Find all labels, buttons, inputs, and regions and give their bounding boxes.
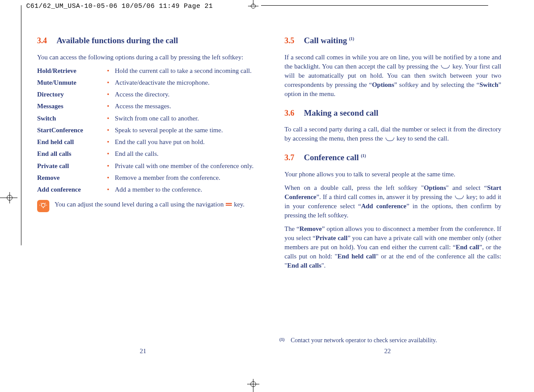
section-number: 3.7 xyxy=(285,152,295,163)
function-label: Hold/Retrieve xyxy=(37,66,107,75)
function-label: Private call xyxy=(37,162,107,170)
bullet-icon: • xyxy=(107,114,115,123)
crop-mark-top-icon xyxy=(240,0,266,9)
function-label: Add conference xyxy=(37,185,107,194)
right-column: 3.5 Call waiting (1) If a second call co… xyxy=(285,35,502,279)
function-row: Mute/Unmute•Activate/deactivate the micr… xyxy=(37,78,254,87)
function-description: Private call with one member of the conf… xyxy=(115,162,254,170)
footnote: (1) Contact your network operator to che… xyxy=(279,337,499,344)
section-heading: 3.4 Available functions during the call xyxy=(37,35,254,47)
function-description: Speak to several people at the same time… xyxy=(115,126,254,134)
frame-line xyxy=(261,5,488,6)
function-label: Messages xyxy=(37,102,107,110)
section-heading: 3.6 Making a second call xyxy=(285,107,502,119)
section-number: 3.6 xyxy=(285,108,295,119)
bullet-icon: • xyxy=(107,149,115,158)
function-description: Access the messages. xyxy=(115,102,254,110)
function-label: End all calls xyxy=(37,149,107,158)
section-title: Available functions during the call xyxy=(57,35,178,47)
function-label: Remove xyxy=(37,173,107,182)
bullet-icon: • xyxy=(107,102,115,110)
bullet-icon: • xyxy=(107,138,115,146)
call-key-icon xyxy=(441,65,450,69)
function-row: StartConference•Speak to several people … xyxy=(37,126,254,134)
bullet-icon: • xyxy=(107,66,115,75)
function-description: End the call you have put on hold. xyxy=(115,138,254,146)
footnote-text: Contact your network operator to check s… xyxy=(291,337,437,344)
function-row: Private call•Private call with one membe… xyxy=(37,162,254,170)
section-number: 3.4 xyxy=(37,35,47,46)
function-row: Add conference•Add a member to the confe… xyxy=(37,185,254,194)
footnote-marker: (1) xyxy=(279,337,285,344)
function-label: End held call xyxy=(37,138,107,146)
section-heading: 3.7 Conference call (1) xyxy=(285,152,502,164)
navigation-key-icon xyxy=(225,200,232,210)
bullet-icon: • xyxy=(107,78,115,87)
function-description: Hold the current call to take a second i… xyxy=(115,66,254,75)
paragraph: If a second call comes in while you are … xyxy=(285,53,502,99)
svg-point-9 xyxy=(41,203,45,207)
bullet-icon: • xyxy=(107,173,115,182)
function-label: Switch xyxy=(37,114,107,123)
paragraph: When on a double call, press the left so… xyxy=(285,183,502,220)
tip-text: You can adjust the sound level during a … xyxy=(55,200,254,210)
crop-mark-left-icon xyxy=(0,191,17,204)
bullet-icon: • xyxy=(107,185,115,194)
call-key-icon xyxy=(455,196,464,199)
tip-lightbulb-icon xyxy=(37,200,49,212)
page-number-left: 21 xyxy=(140,347,146,355)
paragraph: To call a second party during a call, di… xyxy=(285,125,502,143)
function-row: Messages•Access the messages. xyxy=(37,102,254,110)
function-label: StartConference xyxy=(37,126,107,134)
section-title: Making a second call xyxy=(304,107,378,119)
section-title: Call waiting (1) xyxy=(304,35,354,47)
svg-line-14 xyxy=(45,203,45,203)
function-list: Hold/Retrieve•Hold the current call to t… xyxy=(37,66,254,194)
function-row: Remove•Remove a member from the conferen… xyxy=(37,173,254,182)
left-column: 3.4 Available functions during the call … xyxy=(37,35,254,279)
function-description: Access the directory. xyxy=(115,90,254,99)
call-key-icon xyxy=(386,138,394,141)
bullet-icon: • xyxy=(107,90,115,99)
function-description: Add a member to the conference. xyxy=(115,185,254,194)
bullet-icon: • xyxy=(107,162,115,170)
paragraph: The “Remove” option allows you to discon… xyxy=(285,224,502,270)
function-label: Mute/Unmute xyxy=(37,78,107,87)
frame-line xyxy=(21,5,21,245)
page-number-right: 22 xyxy=(384,347,391,355)
section-heading: 3.5 Call waiting (1) xyxy=(285,35,502,47)
function-label: Directory xyxy=(37,90,107,99)
section-title: Conference call (1) xyxy=(304,152,366,164)
tip-row: You can adjust the sound level during a … xyxy=(37,200,254,212)
bullet-icon: • xyxy=(107,126,115,134)
function-row: Hold/Retrieve•Hold the current call to t… xyxy=(37,66,254,75)
function-row: End held call•End the call you have put … xyxy=(37,138,254,146)
function-description: Activate/deactivate the microphone. xyxy=(115,78,254,87)
svg-line-13 xyxy=(41,203,41,203)
section-number: 3.5 xyxy=(285,35,295,46)
function-row: Switch•Switch from one call to another. xyxy=(37,114,254,123)
paragraph: Your phone allows you to talk to several… xyxy=(285,170,502,179)
function-row: End all calls•End all the calls. xyxy=(37,149,254,158)
function-description: Remove a member from the conference. xyxy=(115,173,254,182)
intro-paragraph: You can access the following options dur… xyxy=(37,53,254,62)
function-description: End all the calls. xyxy=(115,149,254,158)
crop-mark-bottom-icon xyxy=(240,379,266,392)
function-description: Switch from one call to another. xyxy=(115,114,254,123)
print-header: C61/62_UM_USA-10-05-06 10/05/06 11:49 Pa… xyxy=(26,3,213,10)
function-row: Directory•Access the directory. xyxy=(37,90,254,99)
